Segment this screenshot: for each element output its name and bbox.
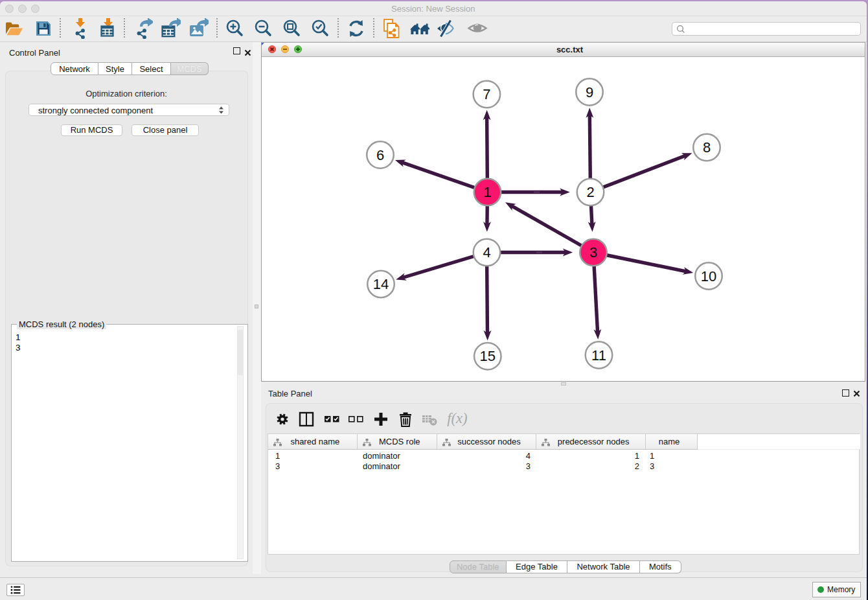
svg-text:8: 8 xyxy=(703,139,711,156)
svg-text:10: 10 xyxy=(701,268,716,284)
svg-text:2: 2 xyxy=(586,184,594,200)
svg-text:1: 1 xyxy=(483,184,491,200)
svg-text:7: 7 xyxy=(483,86,490,102)
svg-text:4: 4 xyxy=(483,244,490,260)
svg-text:15: 15 xyxy=(480,348,496,364)
svg-text:14: 14 xyxy=(373,276,389,292)
svg-text:f(x): f(x) xyxy=(447,410,467,426)
svg-text:6: 6 xyxy=(376,147,384,163)
svg-text:9: 9 xyxy=(586,84,593,100)
svg-text:11: 11 xyxy=(591,347,606,363)
svg-text:3: 3 xyxy=(589,244,597,260)
